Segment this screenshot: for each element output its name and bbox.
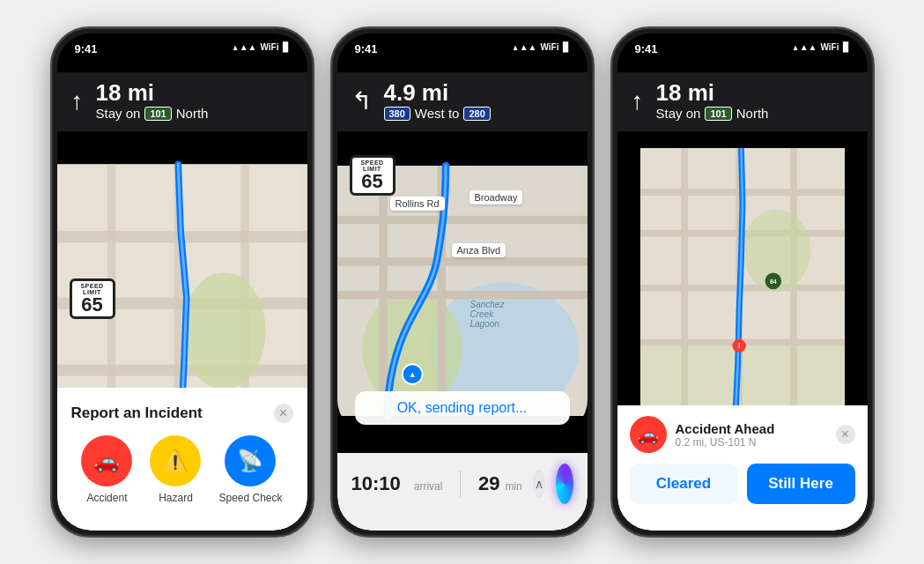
phone-2-inner: 9:41 ▲▲▲ WiFi ▊ ↰ 4.9 mi 380 West to 280 <box>337 33 588 531</box>
battery-icon-2: ▊ <box>563 42 570 52</box>
mins-info: 29 min <box>478 472 522 495</box>
svg-text:▲: ▲ <box>408 369 416 379</box>
map-svg-3: ! 84 <box>617 148 868 407</box>
svg-point-7 <box>182 272 266 390</box>
nav-header-1: ↑ 18 mi Stay on 101 North <box>57 72 307 131</box>
cleared-button[interactable]: Cleared <box>630 464 738 504</box>
speed-limit-number-2: 65 <box>358 172 388 191</box>
nav-instruction-2: 380 West to 280 <box>384 106 573 121</box>
notch-2 <box>410 33 515 58</box>
wifi-icon-2: WiFi <box>540 42 558 52</box>
battery-icon-1: ▊ <box>283 42 290 52</box>
phone-3: 9:41 ▲▲▲ WiFi ▊ ↑ 18 mi Stay on 101 Nort… <box>610 26 875 538</box>
nav-instruction-3: Stay on 101 North <box>656 106 854 121</box>
svg-rect-14 <box>337 216 588 224</box>
map-canvas-3: ! 84 <box>617 148 868 407</box>
map-label-anza: Anza Blvd <box>452 243 506 257</box>
speed-limit-number-1: 65 <box>78 295 107 315</box>
nav-instruction-1: Stay on 101 North <box>96 106 293 121</box>
nav-direction-1: North <box>176 106 209 121</box>
accident-close-btn[interactable]: × <box>836 425 855 444</box>
svg-text:84: 84 <box>769 278 776 285</box>
incident-option-speedcheck[interactable]: 📡 Speed Check <box>218 435 282 504</box>
incident-close-1[interactable]: × <box>274 404 293 423</box>
status-icons-2: ▲▲▲ WiFi ▊ <box>511 42 570 52</box>
accident-text: Accident Ahead 0.2 mi, US-101 N <box>676 421 827 449</box>
status-time-2: 9:41 <box>355 42 378 56</box>
accident-circle-icon: 🚗 <box>630 416 667 453</box>
wifi-icon-1: WiFi <box>260 42 278 52</box>
accident-label: Accident <box>86 492 127 504</box>
nav-info-1: 18 mi Stay on 101 North <box>96 81 293 121</box>
accident-panel: 🚗 Accident Ahead 0.2 mi, US-101 N × Clea… <box>617 405 868 531</box>
nav-arrow-1: ↑ <box>71 87 84 115</box>
phone-3-inner: 9:41 ▲▲▲ WiFi ▊ ↑ 18 mi Stay on 101 Nort… <box>617 33 868 531</box>
nav-distance-3: 18 mi <box>656 81 854 104</box>
bottom-nav-bar-2: 10:10 arrival 29 min ∧ <box>337 453 588 531</box>
nav-direction-3: North <box>736 106 769 121</box>
nav-stay-text-1: Stay on <box>96 106 141 121</box>
arrival-info: 10:10 <box>351 472 401 495</box>
hazard-label: Hazard <box>159 492 193 504</box>
siri-orb[interactable] <box>556 464 573 504</box>
nav-arrow-2: ↰ <box>351 86 372 115</box>
nav-west-text: West to <box>415 106 460 121</box>
battery-icon-3: ▊ <box>843 42 850 52</box>
still-here-button[interactable]: Still Here <box>747 464 855 504</box>
incident-header-1: Report an Incident × <box>71 404 293 423</box>
highway-badge-380: 380 <box>384 107 410 121</box>
accident-icon: 🚗 <box>81 435 132 486</box>
map-label-rollins: Rollins Rd <box>390 197 445 211</box>
status-time-1: 9:41 <box>75 42 98 56</box>
nav-info-3: 18 mi Stay on 101 North <box>656 81 854 121</box>
svg-text:!: ! <box>737 341 740 350</box>
expand-button[interactable]: ∧ <box>533 470 545 498</box>
accident-actions: Cleared Still Here <box>630 464 855 504</box>
accident-subtitle: 0.2 mi, US-101 N <box>676 436 827 449</box>
sending-banner: OK, sending report... <box>355 391 570 425</box>
status-icons-1: ▲▲▲ WiFi ▊ <box>231 42 290 52</box>
nav-stay-text-3: Stay on <box>656 106 701 121</box>
wifi-icon-3: WiFi <box>820 42 839 52</box>
nav-distance-2: 4.9 mi <box>384 81 573 104</box>
map-label-broadway: Broadway <box>469 190 523 204</box>
arrival-label-text: arrival <box>414 480 443 493</box>
incident-title-1: Report an Incident <box>71 404 203 422</box>
incident-option-accident[interactable]: 🚗 Accident <box>81 435 132 504</box>
svg-rect-30 <box>639 345 844 407</box>
nav-arrow-3: ↑ <box>632 87 644 115</box>
incident-option-hazard[interactable]: ⚠️ Hazard <box>150 435 201 504</box>
phone-1: 9:41 ▲▲▲ WiFi ▊ ↑ 18 mi Stay on 101 Nort… <box>50 26 314 538</box>
notch-1 <box>129 33 235 58</box>
accident-title: Accident Ahead <box>676 421 827 436</box>
highway-badge-280: 280 <box>463 107 490 121</box>
svg-rect-16 <box>337 291 588 299</box>
map-label-lagoon: SanchezCreekLagoon <box>465 298 510 330</box>
sending-text: OK, sending report... <box>397 400 528 415</box>
notch-3 <box>690 33 795 58</box>
nav-distance-1: 18 mi <box>96 81 293 104</box>
phone-1-inner: 9:41 ▲▲▲ WiFi ▊ ↑ 18 mi Stay on 101 Nort… <box>57 33 307 531</box>
speedcheck-icon: 📡 <box>225 435 276 486</box>
mins-value: 29 <box>478 472 499 495</box>
phones-container: 9:41 ▲▲▲ WiFi ▊ ↑ 18 mi Stay on 101 Nort… <box>33 9 892 555</box>
speed-limit-1: SPEED LIMIT 65 <box>70 278 115 319</box>
nav-info-2: 4.9 mi 380 West to 280 <box>384 81 573 121</box>
status-time-3: 9:41 <box>635 42 658 56</box>
incident-options-1: 🚗 Accident ⚠️ Hazard 📡 Speed Check <box>71 435 293 504</box>
status-icons-3: ▲▲▲ WiFi ▊ <box>791 42 850 52</box>
incident-panel-1: Report an Incident × 🚗 Accident ⚠️ Hazar… <box>57 388 307 531</box>
hazard-icon: ⚠️ <box>150 435 201 486</box>
highway-badge-3: 101 <box>705 107 731 121</box>
svg-rect-17 <box>379 166 387 416</box>
speed-limit-2: SPEED LIMIT 65 <box>350 155 395 196</box>
accident-header: 🚗 Accident Ahead 0.2 mi, US-101 N × <box>630 416 855 453</box>
phone-2: 9:41 ▲▲▲ WiFi ▊ ↰ 4.9 mi 380 West to 280 <box>330 26 595 538</box>
speedcheck-label: Speed Check <box>218 492 282 504</box>
arrival-time: 10:10 <box>351 472 401 495</box>
svg-rect-15 <box>337 257 588 265</box>
mins-label: min <box>505 480 521 493</box>
nav-header-3: ↑ 18 mi Stay on 101 North <box>617 72 868 131</box>
highway-badge-1: 101 <box>144 107 171 121</box>
nav-header-2: ↰ 4.9 mi 380 West to 280 <box>337 72 588 131</box>
